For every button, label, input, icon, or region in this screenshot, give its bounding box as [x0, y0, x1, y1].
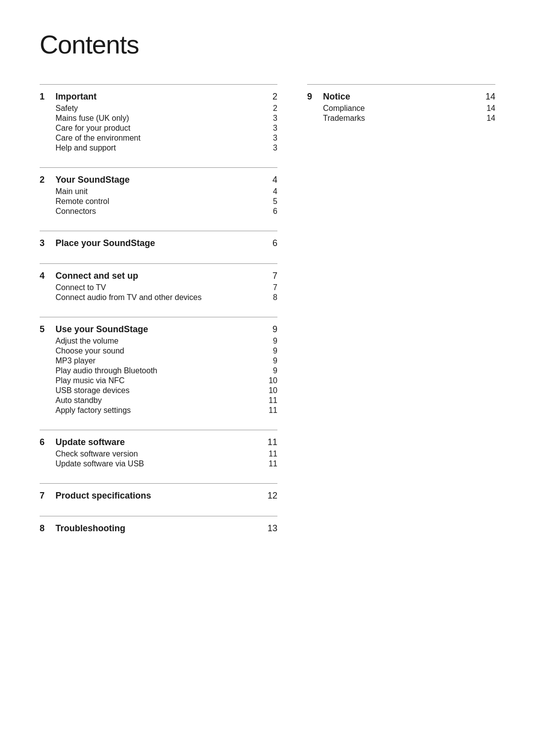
section-page: 2: [263, 92, 277, 102]
toc-sub-item: USB storage devices10: [40, 386, 277, 395]
toc-sub-item: Choose your sound9: [40, 347, 277, 355]
toc-sub-item: Connectors6: [40, 207, 277, 216]
section-header: 8Troubleshooting13: [40, 523, 277, 534]
sub-page: 6: [263, 207, 277, 216]
section-num: 6: [40, 437, 54, 448]
sub-label: Check software version: [55, 450, 138, 458]
sub-page: 14: [481, 114, 495, 123]
section-title: Product specifications: [54, 491, 263, 501]
toc-sub-item: Connect to TV7: [40, 283, 277, 292]
section-num: 8: [40, 523, 54, 534]
page-wrapper: Contents 1Important2Safety2Mains fuse (U…: [40, 30, 495, 756]
sub-page: 11: [263, 459, 277, 468]
sub-label: Help and support: [55, 144, 116, 152]
toc-sub-item: Care of the environment3: [40, 134, 277, 143]
sub-page: 10: [263, 376, 277, 385]
section-num: 5: [40, 324, 54, 335]
toc-sub-item: Main unit4: [40, 187, 277, 196]
toc-sub-item: Mains fuse (UK only)3: [40, 114, 277, 123]
toc-sub-item: Help and support3: [40, 144, 277, 152]
sub-page: 5: [263, 197, 277, 206]
sub-label: Connectors: [55, 207, 96, 216]
toc-sub-item: Apply factory settings11: [40, 406, 277, 415]
section-header: 6Update software11: [40, 437, 277, 448]
toc-sub-item: Play music via NFC10: [40, 376, 277, 385]
sub-page: 10: [263, 386, 277, 395]
section-page: 4: [263, 175, 277, 185]
sub-page: 3: [263, 124, 277, 133]
toc-section-4: 4Connect and set up7Connect to TV7Connec…: [40, 263, 277, 302]
sub-label: Play music via NFC: [55, 376, 125, 385]
sub-page: 3: [263, 134, 277, 143]
section-num: 3: [40, 238, 54, 249]
section-title: Your SoundStage: [54, 175, 263, 185]
section-title: Troubleshooting: [54, 523, 263, 534]
sub-page: 11: [263, 450, 277, 458]
section-num: 4: [40, 271, 54, 281]
sub-label: Main unit: [55, 187, 88, 196]
section-header: 3Place your SoundStage6: [40, 238, 277, 249]
sub-label: Mains fuse (UK only): [55, 114, 129, 123]
section-title: Use your SoundStage: [54, 324, 263, 335]
toc-sub-item: Play audio through Bluetooth9: [40, 366, 277, 375]
section-page: 9: [263, 324, 277, 335]
sub-label: USB storage devices: [55, 386, 129, 395]
sub-page: 3: [263, 144, 277, 152]
section-title: Important: [54, 92, 263, 102]
sub-label: MP3 player: [55, 356, 96, 365]
section-header: 4Connect and set up7: [40, 271, 277, 281]
sub-page: 4: [263, 187, 277, 196]
toc-section-1: 1Important2Safety2Mains fuse (UK only)3C…: [40, 84, 277, 152]
toc-sub-item: Adjust the volume9: [40, 337, 277, 346]
sub-label: Connect to TV: [55, 283, 106, 292]
col-right: 9Notice14Compliance14Trademarks14: [307, 84, 495, 549]
sub-label: Care for your product: [55, 124, 130, 133]
sub-label: Safety: [55, 104, 78, 113]
toc-sub-item: Trademarks14: [307, 114, 495, 123]
sub-label: Adjust the volume: [55, 337, 118, 346]
sub-page: 8: [263, 293, 277, 302]
sub-label: Apply factory settings: [55, 406, 131, 415]
toc-section-5: 5Use your SoundStage9Adjust the volume9C…: [40, 317, 277, 415]
contents-wrapper: 1Important2Safety2Mains fuse (UK only)3C…: [40, 84, 495, 549]
col-left: 1Important2Safety2Mains fuse (UK only)3C…: [40, 84, 277, 549]
sub-page: 9: [263, 356, 277, 365]
sub-label: Compliance: [323, 104, 365, 113]
sub-page: 7: [263, 283, 277, 292]
sub-label: Remote control: [55, 197, 109, 206]
section-num: 1: [40, 92, 54, 102]
section-page: 13: [263, 523, 277, 534]
toc-sub-item: Compliance14: [307, 104, 495, 113]
section-page: 14: [481, 92, 495, 102]
section-num: 9: [307, 92, 321, 102]
section-title: Notice: [321, 92, 481, 102]
toc-section-2: 2Your SoundStage4Main unit4Remote contro…: [40, 167, 277, 216]
sub-page: 3: [263, 114, 277, 123]
section-page: 12: [263, 491, 277, 501]
toc-sub-item: Connect audio from TV and other devices8: [40, 293, 277, 302]
sub-label: Care of the environment: [55, 134, 141, 143]
toc-section-8: 8Troubleshooting13: [40, 516, 277, 534]
section-page: 11: [263, 437, 277, 448]
sub-page: 14: [481, 104, 495, 113]
section-title: Connect and set up: [54, 271, 263, 281]
section-header: 7Product specifications12: [40, 491, 277, 501]
section-header: 5Use your SoundStage9: [40, 324, 277, 335]
toc-sub-item: Update software via USB11: [40, 459, 277, 468]
section-header: 9Notice14: [307, 92, 495, 102]
sub-label: Play audio through Bluetooth: [55, 366, 157, 375]
toc-sub-item: Remote control5: [40, 197, 277, 206]
page-title: Contents: [40, 30, 495, 59]
sub-label: Connect audio from TV and other devices: [55, 293, 202, 302]
toc-sub-item: Check software version11: [40, 450, 277, 458]
toc-sub-item: Safety2: [40, 104, 277, 113]
section-header: 2Your SoundStage4: [40, 175, 277, 185]
toc-section-7: 7Product specifications12: [40, 483, 277, 501]
sub-page: 2: [263, 104, 277, 113]
section-num: 7: [40, 491, 54, 501]
toc-sub-item: Care for your product3: [40, 124, 277, 133]
section-title: Place your SoundStage: [54, 238, 263, 249]
toc-sub-item: MP3 player9: [40, 356, 277, 365]
sub-page: 11: [263, 406, 277, 415]
section-page: 7: [263, 271, 277, 281]
